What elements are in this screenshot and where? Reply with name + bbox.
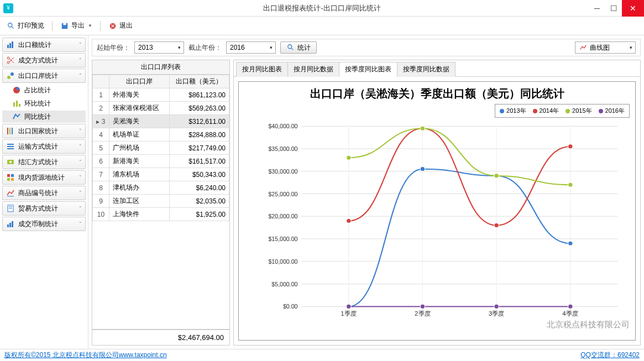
svg-text:$30,000.00: $30,000.00 [268,169,297,175]
sidebar-group-境内货源地统计[interactable]: 境内货源地统计˅ [2,170,86,185]
sidebar-group-商品编号统计[interactable]: 商品编号统计˅ [2,186,86,200]
svg-point-71 [420,126,425,130]
table-row[interactable]: 9连加工区$2,035.00 [93,195,229,208]
svg-point-73 [568,182,573,187]
svg-rect-26 [7,178,10,181]
chevron-icon: ˅ [79,206,82,211]
filter-bar: 起始年份： 2013 截止年份： 2016 统计 曲线图 [92,39,641,56]
legend-dot [500,109,504,113]
svg-point-72 [494,174,499,178]
pie-icon [12,86,21,95]
statusbar: 版权所有©2015 北京税点科技有限公司www.taxpoint.cn QQ交流… [0,349,644,361]
chevron-down-icon: ▼ [88,23,92,28]
svg-point-69 [568,144,573,149]
svg-point-0 [8,23,12,27]
chevron-icon: ˄ [79,73,82,79]
end-year-select[interactable]: 2016 [226,41,276,54]
legend-item: 2014年 [533,107,559,115]
svg-rect-6 [9,43,11,48]
bar-icon [12,99,21,108]
toolbar: 打印预览 导出 ▼ 退出 [0,17,644,35]
table-row[interactable]: 10上海快件$1,925.00 [93,208,229,221]
sidebar-group-出口口岸统计[interactable]: 出口口岸统计˄ [2,69,86,83]
tab-按月同比图表[interactable]: 按月同比图表 [236,62,288,77]
qq-group-link[interactable]: QQ交流群：692402 [580,351,640,359]
svg-point-70 [347,155,351,160]
magnifier-icon [7,22,15,30]
sidebar-item-环比统计[interactable]: 环比统计 [2,97,86,109]
window-title: 出口退税报表统计-出口口岸同比统计 [263,3,380,13]
print-preview-button[interactable]: 打印预览 [3,19,48,33]
table-row[interactable]: 1外港海关$861,123.00 [93,88,229,102]
svg-rect-25 [11,174,14,177]
doc-icon [6,204,15,213]
minimize-button[interactable]: ─ [589,0,605,17]
maximize-button[interactable]: ☐ [605,0,622,17]
svg-text:$20,000.00: $20,000.00 [268,214,297,220]
table-header: 出口额（美元） [169,75,229,88]
copyright-link[interactable]: 版权所有©2015 北京税点科技有限公司www.taxpoint.cn [4,350,167,360]
chart-icon [6,40,15,49]
list-icon [6,142,15,151]
table-row[interactable]: 6新港海关$161,517.00 [93,155,229,168]
sidebar-group-出口额统计[interactable]: 出口额统计˅ [2,38,86,52]
stat-button[interactable]: 统计 [280,41,317,54]
table-row[interactable]: 5广州机场$217,749.00 [93,142,229,155]
sidebar-group-成交币制统计[interactable]: 成交币制统计˅ [2,217,86,231]
svg-point-75 [420,304,425,308]
sidebar-group-运输方式统计[interactable]: 运输方式统计˅ [2,139,86,154]
magnifier-icon [286,43,295,52]
table-row[interactable]: 2张家港保税港区$569,263.00 [93,102,229,115]
start-year-label: 起始年份： [97,43,130,53]
exit-icon [108,22,117,30]
table-total: $2,467,694.00 [92,329,229,345]
sidebar-item-占比统计[interactable]: 占比统计 [2,84,86,96]
print-preview-label: 打印预览 [18,21,44,30]
svg-rect-33 [12,221,13,227]
port-table-pane: 出口口岸列表 出口口岸出口额（美元） 1外港海关$861,123.002张家港保… [92,60,230,346]
svg-text:$35,000.00: $35,000.00 [268,146,297,152]
svg-text:2季度: 2季度 [415,310,431,317]
svg-point-9 [7,61,9,64]
port-icon [6,71,15,80]
tab-按季度同比数据[interactable]: 按季度同比数据 [397,62,455,77]
sidebar-item-同比统计[interactable]: 同比统计 [2,111,86,123]
legend-item: 2013年 [500,107,526,115]
tab-按月同比数据[interactable]: 按月同比数据 [287,62,339,77]
exit-button[interactable]: 退出 [105,19,136,33]
table-row[interactable]: 4机场单证$284,888.00 [93,128,229,142]
svg-point-10 [7,76,11,79]
svg-rect-19 [7,144,14,145]
table-row[interactable]: 8津机场办$6,240.00 [93,181,229,195]
sidebar-group-贸易方式统计[interactable]: 贸易方式统计˅ [2,201,86,216]
export-button[interactable]: 导出 ▼ [57,19,96,33]
svg-rect-15 [19,104,20,107]
sidebar-group-成交方式统计[interactable]: 成交方式统计˅ [2,53,86,67]
table-header [93,75,109,88]
table-row[interactable]: 7浦东机场$50,343.00 [93,168,229,181]
chart-canvas: $0.00$5,000.00$10,000.00$15,000.00$20,00… [254,121,630,323]
chart-type-select[interactable]: 曲线图 [575,41,636,54]
close-button[interactable]: ✕ [622,0,644,17]
svg-rect-20 [7,146,14,147]
chevron-icon: ˅ [79,144,82,149]
sidebar-group-结汇方式统计[interactable]: 结汇方式统计˅ [2,155,86,169]
svg-rect-32 [9,223,11,227]
svg-point-66 [347,218,351,223]
port-table: 出口口岸出口额（美元） 1外港海关$861,123.002张家港保税港区$569… [92,75,229,221]
svg-rect-24 [7,174,10,177]
code-icon [6,189,15,197]
chevron-icon: ˅ [79,190,82,196]
svg-rect-16 [7,128,8,134]
svg-rect-5 [7,45,9,48]
start-year-select[interactable]: 2013 [134,41,184,54]
table-header: 出口口岸 [109,75,170,88]
svg-text:$5,000.00: $5,000.00 [271,281,297,287]
tab-按季度同比图表[interactable]: 按季度同比图表 [339,62,397,77]
chart-pane: 按月同比图表按月同比数据按季度同比图表按季度同比数据 出口口岸（吴淞海关）季度出… [233,60,641,346]
sidebar-group-出口国家统计[interactable]: 出口国家统计˅ [2,124,86,138]
svg-text:4季度: 4季度 [562,310,578,317]
chevron-icon: ˅ [79,42,82,48]
bars-icon [6,127,15,135]
table-row[interactable]: ▸ 3吴淞海关$312,611.00 [93,115,229,128]
